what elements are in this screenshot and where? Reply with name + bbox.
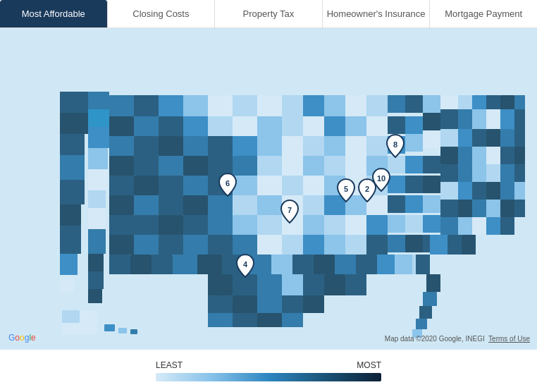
svg-rect-208: [423, 292, 437, 306]
svg-rect-17: [88, 229, 106, 254]
svg-rect-28: [282, 95, 303, 116]
svg-rect-51: [324, 116, 345, 136]
svg-rect-45: [183, 116, 208, 136]
svg-rect-145: [500, 182, 514, 200]
svg-rect-98: [423, 156, 440, 173]
map-pin-5[interactable]: 5: [335, 178, 357, 203]
svg-rect-59: [472, 109, 486, 129]
svg-rect-197: [314, 255, 335, 274]
svg-rect-107: [159, 176, 183, 195]
map-container[interactable]: 4 6 7 5 2: [0, 28, 537, 350]
svg-rect-46: [208, 116, 233, 136]
svg-rect-73: [345, 136, 366, 156]
svg-rect-220: [233, 295, 257, 313]
svg-rect-6: [60, 204, 81, 226]
svg-rect-195: [271, 255, 292, 274]
svg-rect-161: [423, 215, 440, 233]
svg-rect-66: [183, 136, 208, 156]
map-pin-4[interactable]: 4: [235, 253, 256, 278]
svg-rect-217: [324, 274, 345, 295]
svg-rect-170: [159, 235, 183, 255]
svg-rect-62: [514, 109, 525, 129]
svg-rect-205: [462, 235, 476, 255]
svg-rect-230: [104, 324, 115, 331]
svg-rect-42: [109, 116, 134, 136]
svg-rect-71: [303, 136, 324, 156]
svg-rect-160: [405, 215, 423, 233]
svg-rect-122: [472, 164, 486, 182]
svg-rect-212: [208, 274, 233, 295]
svg-rect-139: [405, 195, 423, 213]
svg-rect-118: [405, 176, 423, 193]
svg-rect-176: [303, 235, 324, 255]
svg-rect-180: [388, 235, 405, 252]
svg-rect-49: [282, 116, 303, 136]
svg-rect-15: [88, 190, 106, 208]
svg-rect-18: [88, 254, 104, 271]
tab-mortgage-payment[interactable]: Mortgage Payment: [430, 0, 537, 27]
tab-property-tax[interactable]: Property Tax: [215, 0, 323, 27]
map-pin-7[interactable]: 7: [279, 199, 300, 224]
tab-closing-costs[interactable]: Closing Costs: [108, 0, 216, 27]
svg-rect-79: [458, 129, 472, 147]
svg-rect-84: [109, 156, 134, 176]
svg-rect-112: [282, 176, 303, 195]
svg-rect-55: [405, 116, 423, 134]
svg-rect-123: [486, 164, 500, 182]
svg-rect-1: [60, 92, 88, 113]
tab-homeowners-insurance[interactable]: Homeowner's Insurance: [323, 0, 431, 27]
svg-rect-16: [88, 208, 106, 229]
svg-rect-76: [405, 134, 423, 152]
svg-rect-198: [335, 255, 356, 274]
svg-rect-7: [60, 226, 81, 254]
svg-rect-32: [366, 95, 388, 116]
terms-of-use-link[interactable]: Terms of Use: [488, 335, 530, 343]
svg-rect-12: [88, 127, 109, 148]
tab-most-affordable[interactable]: Most Affordable: [0, 0, 108, 27]
svg-rect-222: [282, 295, 303, 313]
svg-rect-52: [345, 116, 366, 136]
legend-bar: LEAST MOST: [0, 350, 537, 392]
svg-rect-81: [486, 129, 500, 147]
svg-rect-206: [416, 255, 430, 274]
svg-rect-31: [345, 95, 366, 116]
svg-rect-80: [472, 129, 486, 147]
svg-rect-138: [388, 195, 405, 213]
svg-rect-94: [345, 156, 366, 176]
svg-rect-127: [134, 195, 159, 215]
svg-rect-183: [440, 217, 458, 235]
svg-rect-2: [60, 113, 88, 134]
svg-rect-29: [303, 95, 324, 116]
svg-rect-219: [208, 295, 233, 313]
map-pin-8[interactable]: 8: [385, 133, 406, 159]
svg-rect-85: [134, 156, 159, 176]
svg-rect-64: [134, 136, 159, 156]
svg-rect-21: [109, 95, 134, 116]
svg-rect-87: [183, 156, 208, 176]
svg-rect-78: [440, 129, 458, 147]
svg-rect-77: [423, 130, 440, 148]
map-pin-6[interactable]: 6: [217, 172, 238, 197]
svg-rect-150: [183, 215, 208, 235]
svg-rect-70: [282, 136, 303, 156]
svg-rect-63: [109, 136, 134, 156]
svg-rect-68: [233, 136, 257, 156]
svg-rect-126: [109, 195, 134, 215]
svg-rect-91: [282, 156, 303, 176]
svg-rect-20: [88, 289, 102, 303]
svg-rect-174: [257, 235, 282, 255]
svg-rect-148: [134, 215, 159, 235]
map-pin-10[interactable]: 10: [371, 167, 392, 192]
legend-least-label: LEAST: [156, 360, 183, 370]
svg-rect-232: [130, 329, 137, 334]
svg-rect-149: [159, 215, 183, 235]
svg-rect-33: [388, 95, 405, 113]
svg-rect-134: [303, 195, 324, 215]
svg-rect-111: [257, 176, 282, 195]
svg-rect-3: [60, 134, 85, 155]
svg-rect-97: [405, 156, 423, 173]
svg-rect-101: [472, 147, 486, 164]
svg-rect-86: [159, 156, 183, 176]
svg-rect-151: [208, 215, 233, 235]
svg-rect-23: [159, 95, 183, 116]
